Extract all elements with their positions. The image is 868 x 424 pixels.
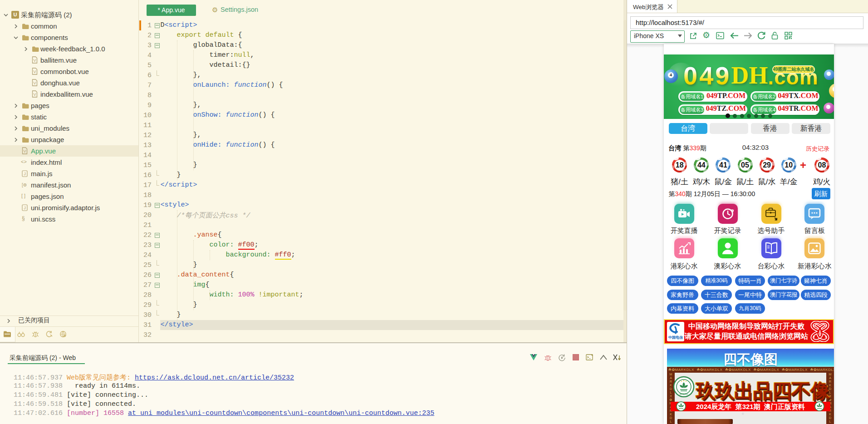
svg-text:MACAO: MACAO xyxy=(680,393,688,395)
